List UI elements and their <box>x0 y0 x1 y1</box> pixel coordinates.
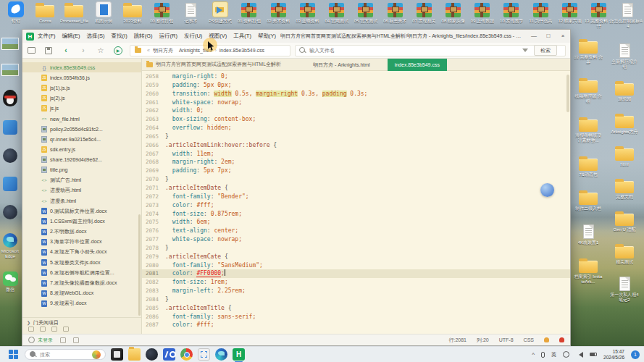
code-line[interactable]: 2080 font-family: "SansMedium"; <box>142 261 570 270</box>
code-line[interactable]: 2085.articleItemTitle { <box>142 304 570 313</box>
desktop-icon[interactable]: 4K改装置1 <box>574 223 603 245</box>
desktop-icon[interactable]: 7&动态包 <box>574 155 603 177</box>
menu-item[interactable]: 工具(T) <box>233 33 251 40</box>
desktop-icon[interactable]: 12.独家六项 <box>555 1 584 29</box>
microphone-icon[interactable] <box>541 352 545 358</box>
tree-scrollbar[interactable] <box>138 214 141 316</box>
tree-file-item[interactable]: 7.发现头像轮播图像数据.docx <box>22 278 141 288</box>
file-search-input[interactable] <box>309 48 519 53</box>
desktop-icon[interactable]: 03 完整资料 合并 <box>574 38 603 65</box>
desktop-icon[interactable]: Cocos <box>30 1 59 29</box>
code-line[interactable]: 2074 font-size: 0.875rem; <box>142 210 570 219</box>
code-line[interactable]: 2064 overflow: hidden; <box>142 124 570 132</box>
tree-file-item[interactable]: 5.发现整类文件js.docx <box>22 258 141 268</box>
code-line[interactable]: 2059 padding: 5px 0px; <box>142 81 570 90</box>
code-line[interactable]: 2058 margin-right: 0; <box>142 72 570 81</box>
tree-file-item[interactable]: index.85e3b549.css <box>22 62 141 72</box>
desktop-icon[interactable]: PS快捷方式 <box>206 1 235 29</box>
tree-file-item[interactable]: 8.发现WebGL.docx <box>22 288 141 298</box>
code-line[interactable]: 2068 margin-right: 2em; <box>142 158 570 167</box>
cursor-line-indicator[interactable]: 行:2081 <box>448 337 467 344</box>
code-line[interactable]: 2081 color: #FF0000; <box>142 269 570 278</box>
desktop-icon[interactable]: 08.独家头像 <box>439 1 468 29</box>
desktop-icon[interactable] <box>0 120 20 136</box>
code-line[interactable]: 2086 font-family: sans-serif; <box>142 313 570 321</box>
statusbar-window-icon[interactable] <box>73 337 79 343</box>
desktop-icon[interactable] <box>0 177 20 193</box>
desktop-icon[interactable]: 制作二级入档 <box>574 189 603 211</box>
desktop-icon[interactable]: 档案索引 ImitateArk... <box>574 257 603 285</box>
tree-file-item[interactable]: js(2).js <box>22 93 141 104</box>
desktop-icon[interactable]: 00.整理打包 <box>147 1 176 29</box>
code-line[interactable]: 2070} <box>142 175 570 184</box>
back-button[interactable]: ‹ <box>60 45 72 56</box>
code-line[interactable]: 2067 width: 11em; <box>142 150 570 159</box>
desktop-icon[interactable]: 微信 <box>0 272 20 292</box>
console-button[interactable] <box>25 45 37 56</box>
tree-file-item[interactable]: 3.海量字符串位置.docx <box>22 237 141 247</box>
tree-tool-icon[interactable] <box>40 327 46 332</box>
maximize-button[interactable]: □ <box>541 30 556 43</box>
filter-icon[interactable] <box>522 49 528 55</box>
tree-file-item[interactable]: title.png <box>22 165 141 175</box>
clock[interactable]: 15:47 2024/5/26 <box>603 349 624 360</box>
code-line[interactable]: 2062 width: 0; <box>142 106 570 115</box>
start-button[interactable] <box>9 350 19 360</box>
code-line[interactable]: 2073 color: #fff; <box>142 201 570 210</box>
tree-file-item[interactable]: js.js <box>22 104 141 114</box>
menu-item[interactable]: 选择(S) <box>87 33 105 40</box>
desktop-icon[interactable]: 04.官网测试 <box>322 1 351 29</box>
edge-button[interactable] <box>215 348 227 361</box>
code-line[interactable]: 2076 text-align: center; <box>142 227 570 235</box>
desktop-icon[interactable]: 07.发现相关 <box>409 1 438 29</box>
statusbar-list-icon[interactable] <box>60 337 66 343</box>
code-line[interactable]: 2072 font-family: "Bender"; <box>142 193 570 201</box>
code-line[interactable]: 2071.articleItemDate { <box>142 184 570 193</box>
tree-file-item[interactable]: 进度动画.html <box>22 185 141 195</box>
desktop-icon[interactable]: 03.蓝晒资料 <box>293 1 322 29</box>
desktop-icon[interactable]: 01.资料打包 <box>235 1 264 29</box>
close-button[interactable]: × <box>556 30 570 43</box>
tree-file-item[interactable]: sdk.entry.js <box>22 145 141 155</box>
desktop-icon[interactable]: 线稿整理版 合组 <box>574 77 603 104</box>
code-line[interactable]: 2063 box-sizing: content-box; <box>142 115 570 124</box>
code-line[interactable]: 2065} <box>142 132 570 141</box>
menu-item[interactable]: 查找(I) <box>112 33 127 40</box>
menu-item[interactable]: 帮助(Y) <box>258 33 276 40</box>
desktop-icon[interactable] <box>0 64 20 77</box>
desktop-icon[interactable] <box>0 38 20 51</box>
retrieve-button[interactable]: 检索 <box>534 45 557 56</box>
tree-file-item[interactable]: 6.发现右侧导航栏调用位置... <box>22 268 141 278</box>
desktop-icon[interactable]: 11.为什么高 <box>526 1 555 29</box>
editor-scrollbar[interactable] <box>566 75 569 112</box>
run-button[interactable]: ▶ <box>112 45 124 56</box>
desktop-icon[interactable]: Processed_file <box>59 1 88 29</box>
favorite-button[interactable]: ☆ <box>95 45 106 56</box>
tree-file-item[interactable]: 进度条.html <box>22 195 141 206</box>
desktop-icon[interactable]: Microsoft Edge <box>0 233 20 259</box>
file-explorer-button[interactable] <box>128 348 141 361</box>
tree-file-item[interactable]: index.0554fb36.js <box>22 72 141 83</box>
desktop-icon[interactable]: 钉钉 <box>1 1 30 29</box>
network-icon[interactable] <box>563 351 569 358</box>
desktop-icon[interactable]: Arknights方舟 <box>610 112 639 135</box>
taskbar-search[interactable]: 搜索 <box>25 349 106 360</box>
tree-file-item[interactable]: 4.发现左下角小箭头.docx <box>22 247 141 257</box>
tree-tool-icon[interactable] <box>28 327 34 332</box>
task-view-button[interactable] <box>111 348 123 361</box>
desktop-icon[interactable]: 2023资料 <box>118 1 147 29</box>
desktop-icon[interactable]: 第一次私人相4笔记2 <box>610 275 639 303</box>
code-line[interactable]: 2078} <box>142 244 570 253</box>
notification-bell-icon[interactable] <box>544 337 549 342</box>
breadcrumb-project[interactable]: 明日方舟 <box>153 47 173 54</box>
tree-file-item[interactable]: share.19269d4d9e62... <box>22 155 141 165</box>
code-line[interactable]: 2077 white-space: nowrap; <box>142 235 570 244</box>
tree-file-item[interactable]: new_file.html <box>22 114 141 124</box>
code-line[interactable]: 2083 margin-left: 2.25rem; <box>142 287 570 295</box>
login-status[interactable]: 未登录 <box>38 337 53 344</box>
desktop-icon[interactable]: 记事本 <box>176 1 205 29</box>
code-line[interactable]: 2087 color: #fff; <box>142 321 570 329</box>
desktop-icon[interactable]: 完整文档 <box>610 177 639 200</box>
chrome-button[interactable] <box>180 348 193 361</box>
code-line[interactable]: 2061 white-space: nowrap; <box>142 98 570 107</box>
